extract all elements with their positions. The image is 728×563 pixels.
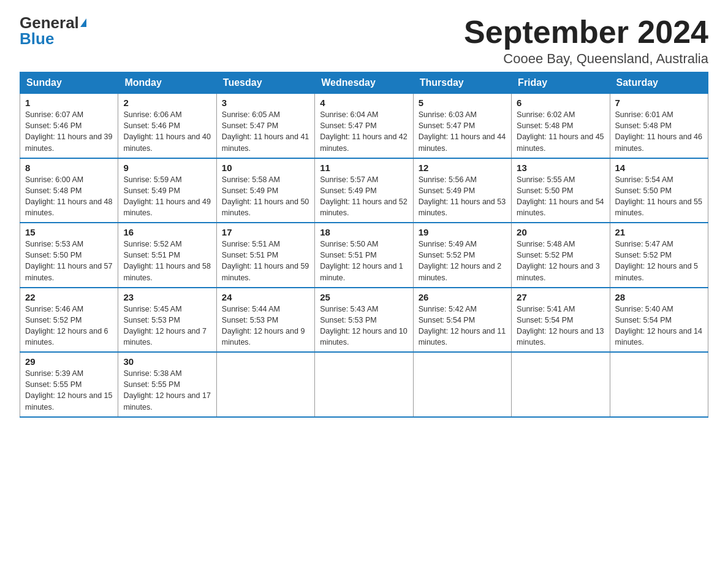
calendar-header-sunday: Sunday: [20, 72, 118, 94]
day-number: 16: [123, 227, 211, 237]
calendar-cell: 18Sunrise: 5:50 AMSunset: 5:51 PMDayligh…: [315, 223, 413, 288]
calendar-cell: 5Sunrise: 6:03 AMSunset: 5:47 PMDaylight…: [413, 94, 511, 158]
calendar-cell: 2Sunrise: 6:06 AMSunset: 5:46 PMDaylight…: [118, 94, 216, 158]
day-number: 15: [25, 227, 113, 237]
day-number: 30: [123, 356, 211, 367]
day-number: 8: [25, 163, 113, 173]
day-number: 1: [25, 98, 113, 108]
calendar-cell: [512, 352, 610, 417]
calendar-cell: 11Sunrise: 5:57 AMSunset: 5:49 PMDayligh…: [315, 158, 413, 223]
location-subtitle: Cooee Bay, Queensland, Australia: [464, 51, 708, 67]
calendar-cell: 25Sunrise: 5:43 AMSunset: 5:53 PMDayligh…: [315, 288, 413, 353]
day-info: Sunrise: 5:39 AMSunset: 5:55 PMDaylight:…: [25, 368, 113, 413]
day-info: Sunrise: 5:57 AMSunset: 5:49 PMDaylight:…: [320, 174, 408, 219]
day-info: Sunrise: 5:49 AMSunset: 5:52 PMDaylight:…: [419, 239, 506, 283]
day-number: 5: [419, 98, 506, 108]
calendar-cell: 30Sunrise: 5:38 AMSunset: 5:55 PMDayligh…: [118, 352, 216, 417]
day-info: Sunrise: 5:40 AMSunset: 5:54 PMDaylight:…: [615, 304, 703, 348]
day-info: Sunrise: 5:50 AMSunset: 5:51 PMDaylight:…: [320, 239, 408, 283]
day-number: 4: [320, 98, 408, 108]
page-header: General Blue September 2024 Cooee Bay, Q…: [20, 15, 708, 67]
calendar-cell: [610, 352, 708, 417]
logo-blue-text: Blue: [20, 31, 54, 47]
calendar-header-monday: Monday: [118, 72, 216, 94]
calendar-week-row: 29Sunrise: 5:39 AMSunset: 5:55 PMDayligh…: [20, 352, 708, 417]
calendar-cell: 20Sunrise: 5:48 AMSunset: 5:52 PMDayligh…: [512, 223, 610, 288]
day-info: Sunrise: 5:41 AMSunset: 5:54 PMDaylight:…: [517, 304, 604, 348]
calendar-week-row: 15Sunrise: 5:53 AMSunset: 5:50 PMDayligh…: [20, 223, 708, 288]
day-number: 7: [615, 98, 703, 108]
day-info: Sunrise: 5:43 AMSunset: 5:53 PMDaylight:…: [320, 304, 408, 348]
day-info: Sunrise: 5:42 AMSunset: 5:54 PMDaylight:…: [419, 304, 506, 348]
logo: General Blue: [20, 15, 86, 47]
day-number: 2: [123, 98, 211, 108]
day-info: Sunrise: 6:01 AMSunset: 5:48 PMDaylight:…: [615, 109, 703, 154]
calendar-cell: 28Sunrise: 5:40 AMSunset: 5:54 PMDayligh…: [610, 288, 708, 353]
calendar-cell: 23Sunrise: 5:45 AMSunset: 5:53 PMDayligh…: [118, 288, 216, 353]
calendar-cell: 3Sunrise: 6:05 AMSunset: 5:47 PMDaylight…: [216, 94, 314, 158]
calendar-cell: 22Sunrise: 5:46 AMSunset: 5:52 PMDayligh…: [20, 288, 118, 353]
day-number: 19: [419, 227, 506, 237]
calendar-cell: 9Sunrise: 5:59 AMSunset: 5:49 PMDaylight…: [118, 158, 216, 223]
calendar-header-saturday: Saturday: [610, 72, 708, 94]
day-info: Sunrise: 6:00 AMSunset: 5:48 PMDaylight:…: [25, 174, 113, 219]
calendar-week-row: 1Sunrise: 6:07 AMSunset: 5:46 PMDaylight…: [20, 94, 708, 158]
day-number: 18: [320, 227, 408, 237]
calendar-header-row: SundayMondayTuesdayWednesdayThursdayFrid…: [20, 72, 708, 94]
calendar-cell: 10Sunrise: 5:58 AMSunset: 5:49 PMDayligh…: [216, 158, 314, 223]
day-number: 25: [320, 292, 408, 302]
calendar-cell: 12Sunrise: 5:56 AMSunset: 5:49 PMDayligh…: [413, 158, 511, 223]
day-number: 28: [615, 292, 703, 302]
calendar-cell: 13Sunrise: 5:55 AMSunset: 5:50 PMDayligh…: [512, 158, 610, 223]
day-number: 23: [123, 292, 211, 302]
day-info: Sunrise: 6:03 AMSunset: 5:47 PMDaylight:…: [419, 109, 506, 154]
day-info: Sunrise: 5:58 AMSunset: 5:49 PMDaylight:…: [222, 174, 309, 219]
day-number: 20: [517, 227, 604, 237]
day-info: Sunrise: 5:52 AMSunset: 5:51 PMDaylight:…: [123, 239, 211, 283]
day-info: Sunrise: 5:45 AMSunset: 5:53 PMDaylight:…: [123, 304, 211, 348]
calendar-week-row: 8Sunrise: 6:00 AMSunset: 5:48 PMDaylight…: [20, 158, 708, 223]
day-number: 21: [615, 227, 703, 237]
day-info: Sunrise: 6:07 AMSunset: 5:46 PMDaylight:…: [25, 109, 113, 154]
day-info: Sunrise: 5:47 AMSunset: 5:52 PMDaylight:…: [615, 239, 703, 283]
calendar-cell: 27Sunrise: 5:41 AMSunset: 5:54 PMDayligh…: [512, 288, 610, 353]
calendar-cell: 17Sunrise: 5:51 AMSunset: 5:51 PMDayligh…: [216, 223, 314, 288]
calendar-cell: 14Sunrise: 5:54 AMSunset: 5:50 PMDayligh…: [610, 158, 708, 223]
calendar-cell: 4Sunrise: 6:04 AMSunset: 5:47 PMDaylight…: [315, 94, 413, 158]
day-number: 10: [222, 163, 309, 173]
day-info: Sunrise: 6:06 AMSunset: 5:46 PMDaylight:…: [123, 109, 211, 154]
calendar-cell: 24Sunrise: 5:44 AMSunset: 5:53 PMDayligh…: [216, 288, 314, 353]
calendar-cell: [315, 352, 413, 417]
day-info: Sunrise: 5:53 AMSunset: 5:50 PMDaylight:…: [25, 239, 113, 283]
day-info: Sunrise: 5:38 AMSunset: 5:55 PMDaylight:…: [123, 368, 211, 413]
calendar-cell: 29Sunrise: 5:39 AMSunset: 5:55 PMDayligh…: [20, 352, 118, 417]
day-number: 6: [517, 98, 604, 108]
calendar-cell: 19Sunrise: 5:49 AMSunset: 5:52 PMDayligh…: [413, 223, 511, 288]
day-number: 9: [123, 163, 211, 173]
calendar-cell: [413, 352, 511, 417]
day-number: 12: [419, 163, 506, 173]
calendar-header-thursday: Thursday: [413, 72, 511, 94]
calendar-table: SundayMondayTuesdayWednesdayThursdayFrid…: [20, 72, 708, 418]
day-number: 3: [222, 98, 309, 108]
day-info: Sunrise: 5:56 AMSunset: 5:49 PMDaylight:…: [419, 174, 506, 219]
calendar-cell: 8Sunrise: 6:00 AMSunset: 5:48 PMDaylight…: [20, 158, 118, 223]
calendar-header-wednesday: Wednesday: [315, 72, 413, 94]
day-number: 26: [419, 292, 506, 302]
day-info: Sunrise: 5:55 AMSunset: 5:50 PMDaylight:…: [517, 174, 604, 219]
day-number: 11: [320, 163, 408, 173]
day-number: 24: [222, 292, 309, 302]
title-block: September 2024 Cooee Bay, Queensland, Au…: [464, 15, 708, 67]
calendar-header-tuesday: Tuesday: [216, 72, 314, 94]
day-info: Sunrise: 5:59 AMSunset: 5:49 PMDaylight:…: [123, 174, 211, 219]
calendar-cell: 1Sunrise: 6:07 AMSunset: 5:46 PMDaylight…: [20, 94, 118, 158]
day-number: 17: [222, 227, 309, 237]
day-info: Sunrise: 6:04 AMSunset: 5:47 PMDaylight:…: [320, 109, 408, 154]
day-info: Sunrise: 5:46 AMSunset: 5:52 PMDaylight:…: [25, 304, 113, 348]
logo-triangle-icon: [80, 18, 86, 27]
calendar-cell: 7Sunrise: 6:01 AMSunset: 5:48 PMDaylight…: [610, 94, 708, 158]
calendar-cell: 16Sunrise: 5:52 AMSunset: 5:51 PMDayligh…: [118, 223, 216, 288]
day-info: Sunrise: 5:51 AMSunset: 5:51 PMDaylight:…: [222, 239, 309, 283]
day-info: Sunrise: 5:44 AMSunset: 5:53 PMDaylight:…: [222, 304, 309, 348]
day-number: 22: [25, 292, 113, 302]
